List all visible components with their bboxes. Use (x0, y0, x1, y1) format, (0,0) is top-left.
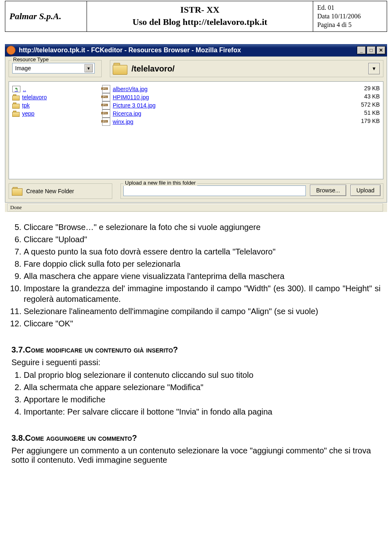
resource-type-dropdown[interactable]: Image ▼ (12, 63, 95, 74)
file-size: 29 KB (347, 85, 380, 93)
file-item-label: winx.jpg (113, 118, 134, 125)
folder-icon (12, 111, 20, 116)
status-bar: Done (5, 203, 387, 212)
file-listing: ↰ .. telelavoro tpk yepp (9, 81, 383, 179)
jpg-file-icon (102, 109, 110, 118)
create-folder-button[interactable]: Create New Folder (9, 183, 112, 199)
document-meta: Ed. 01 Data 10/11/2006 Pagina 4 di 5 (313, 1, 387, 31)
file-size: 51 KB (347, 109, 380, 118)
folder-up-label: .. (23, 86, 26, 92)
jpg-file-icon (102, 118, 110, 126)
company-name: Palmar S.p.A. (5, 1, 87, 31)
file-item-label: Picture 3 014.jpg (113, 102, 156, 109)
breadcrumb: /telelavoro/ ▼ (110, 60, 383, 77)
step-7: A questo punto la sua foto dovrà essere … (24, 246, 381, 257)
section-3-7-intro: Seguire i seguenti passi: (11, 358, 381, 367)
file-size: 43 KB (347, 93, 380, 101)
folder-item[interactable]: yepp (12, 109, 102, 118)
document-body: Cliccare "Browse…" e selezionare la foto… (11, 222, 381, 465)
resource-type-label: Resource Type (11, 56, 50, 62)
upload-legend: Upload a new file in this folder (123, 180, 197, 186)
folder-up-icon: ↰ (12, 86, 20, 92)
file-item[interactable]: alberoVita.jpg (102, 85, 347, 93)
create-folder-label: Create New Folder (26, 188, 74, 194)
status-text: Done (7, 203, 383, 212)
embedded-screenshot: http://telelavoro.tpk.it - FCKeditor - R… (5, 44, 387, 212)
doc-subtitle: Uso del Blog http://telelavoro.tpk.it (91, 16, 309, 28)
file-item[interactable]: Ricerca.jpg (102, 109, 347, 118)
breadcrumb-dropdown-icon[interactable]: ▼ (368, 63, 380, 74)
section-3-8-body: Per aggiungere un commento a un contenut… (11, 446, 381, 465)
upload-button[interactable]: Upload (350, 185, 381, 196)
minimize-button[interactable]: _ (357, 46, 366, 54)
step-11: Selezionare l'alineamento dell'immagine … (24, 306, 381, 317)
file-item[interactable]: Picture 3 014.jpg (102, 101, 347, 109)
folder-item[interactable]: tpk (12, 101, 102, 109)
file-item-label: alberoVita.jpg (113, 86, 147, 92)
window-titlebar: http://telelavoro.tpk.it - FCKeditor - R… (5, 44, 387, 56)
file-size: 572 KB (347, 101, 380, 109)
folder-item[interactable]: telelavoro (12, 93, 102, 101)
step-12: Cliccare "OK" (24, 318, 381, 329)
section-number: 3.8. (11, 433, 25, 442)
file-item-label: Ricerca.jpg (113, 110, 141, 117)
step-5: Cliccare "Browse…" e selezionare la foto… (24, 222, 381, 232)
breadcrumb-path: /telelavoro/ (131, 64, 175, 74)
folder-icon (12, 103, 20, 108)
section-title: Come agguingere un commento? (25, 433, 137, 442)
step-3-7-1: Dal proprio blog selezionare il contenut… (24, 370, 381, 380)
file-item-label: HPIM0110.jpg (113, 94, 149, 100)
document-title: ISTR- XX Uso del Blog http://telelavoro.… (87, 1, 313, 31)
folder-item-label: yepp (22, 110, 34, 117)
meta-page: Pagina 4 di 5 (317, 21, 383, 29)
upload-fieldset: Upload a new file in this folder Browse.… (120, 183, 383, 199)
folder-item-label: tpk (22, 102, 30, 109)
folder-item-label: telelavoro (22, 94, 47, 100)
document-header: Palmar S.p.A. ISTR- XX Uso del Blog http… (5, 1, 387, 32)
file-size: 179 KB (347, 118, 380, 126)
step-3-7-4: Importante: Per salvare cliccare il bott… (24, 406, 381, 417)
folder-icon (12, 94, 20, 100)
step-3-7-3: Apportare le modifiche (24, 394, 381, 405)
jpg-file-icon (102, 93, 110, 101)
step-3-7-2: Alla schermata che appare selezionare "M… (24, 382, 381, 393)
step-10: Impostare la grandezza del' immagine imp… (24, 283, 381, 304)
step-8: Fare doppio click sulla foto per selezio… (24, 259, 381, 269)
upload-path-input[interactable] (123, 185, 306, 196)
section-3-8-heading: 3.8.Come agguingere un commento? (11, 433, 381, 443)
file-item[interactable]: HPIM0110.jpg (102, 93, 347, 101)
folder-open-icon (112, 62, 128, 75)
browse-button[interactable]: Browse... (310, 185, 346, 196)
resource-type-fieldset: Resource Type Image ▼ (9, 60, 102, 77)
section-number: 3.7. (11, 345, 25, 354)
meta-edition: Ed. 01 (317, 4, 383, 12)
folder-up[interactable]: ↰ .. (12, 85, 102, 93)
section-3-7-heading: 3.7.Come modificare un contenuto già ins… (11, 345, 381, 355)
folder-new-icon (11, 187, 23, 196)
firefox-icon (7, 46, 16, 55)
window-title: http://telelavoro.tpk.it - FCKeditor - R… (19, 47, 241, 54)
section-title: Come modificare un contenuto già inserit… (25, 345, 178, 354)
dropdown-arrow-icon[interactable]: ▼ (85, 64, 93, 72)
step-6: Cliccare "Upload" (24, 234, 381, 245)
maximize-button[interactable]: □ (367, 46, 376, 54)
close-button[interactable]: ✕ (376, 46, 385, 54)
jpg-file-icon (102, 85, 110, 93)
file-item[interactable]: winx.jpg (102, 118, 347, 126)
resource-type-value: Image (15, 65, 31, 71)
doc-code: ISTR- XX (91, 4, 309, 16)
step-9: Alla maschera che appare viene visualizz… (24, 271, 381, 281)
jpg-file-icon (102, 101, 110, 109)
meta-date: Data 10/11/2006 (317, 12, 383, 21)
